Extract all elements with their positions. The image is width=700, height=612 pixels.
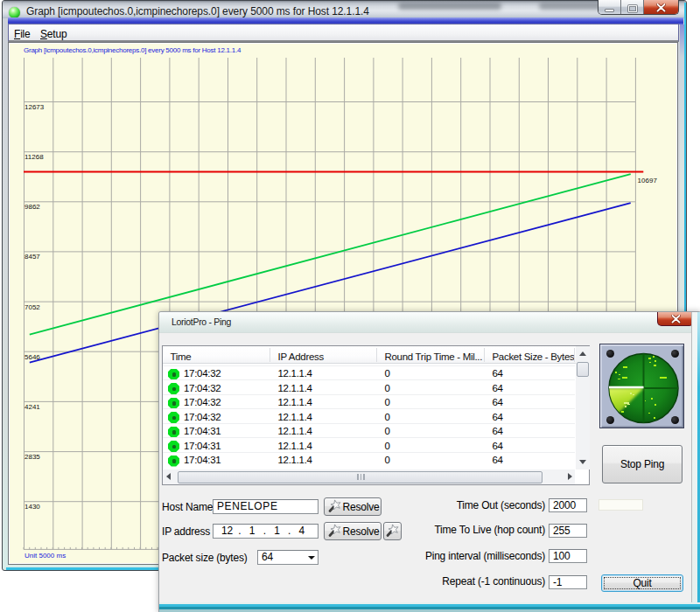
svg-text:8457: 8457 [24,253,40,261]
svg-text:Graph [icmpoutechos.0,icmpinec: Graph [icmpoutechos.0,icmpinechoreps.0] … [24,46,242,54]
svg-text:2835: 2835 [24,453,40,461]
svg-text:12673: 12673 [24,103,45,111]
svg-text:1430: 1430 [24,503,40,511]
svg-text:11268: 11268 [24,153,44,161]
svg-text:5646: 5646 [24,353,40,361]
svg-text:7052: 7052 [24,303,40,311]
svg-text:4241: 4241 [24,403,40,411]
svg-text:10697: 10697 [638,177,658,184]
svg-text:Unit 5000 ms: Unit 5000 ms [24,552,66,560]
svg-text:9862: 9862 [24,203,40,211]
